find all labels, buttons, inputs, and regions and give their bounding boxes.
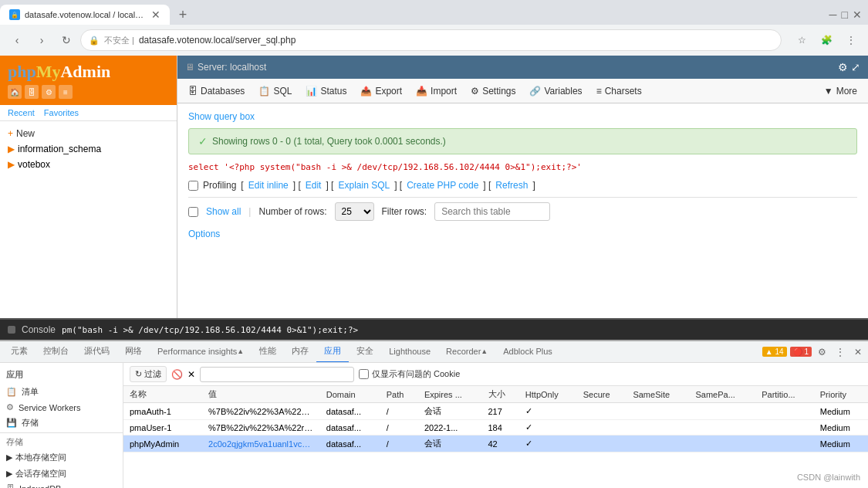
new-database-item[interactable]: + New [5, 126, 172, 141]
devtools-sidebar-indexeddb[interactable]: 🗄 IndexedDB [0, 482, 123, 488]
back-button[interactable]: ‹ [6, 29, 28, 51]
devtools-sidebar-local-storage[interactable]: ▶ 本地存储空间 [0, 449, 123, 466]
favorites-link[interactable]: Favorites [44, 108, 79, 117]
filter-rows-input[interactable] [434, 202, 550, 221]
nav-settings-label: Settings [482, 86, 515, 97]
devtools-tab-security[interactable]: 安全 [349, 341, 381, 363]
only-issues-checkbox[interactable] [359, 369, 369, 379]
cookie-name-3: phpMyAdmin [123, 435, 202, 452]
devtools-tab-elements[interactable]: 元素 [3, 341, 35, 363]
profiling-checkbox[interactable] [188, 181, 198, 191]
col-path[interactable]: Path [380, 386, 418, 403]
col-httponly[interactable]: HttpOnly [519, 386, 577, 403]
devtools-tab-lighthouse[interactable]: Lighthouse [381, 341, 438, 363]
filter-cookies-input[interactable] [200, 367, 354, 382]
recent-link[interactable]: Recent [8, 108, 35, 117]
devtools-tab-recorder[interactable]: Recorder ▲ [438, 341, 495, 363]
sidebar-item-votebox[interactable]: ▶ votebox [5, 157, 172, 172]
devtools-tab-network[interactable]: 网络 [117, 341, 150, 363]
explain-sql-link[interactable]: Explain SQL [338, 180, 390, 191]
devtools-sidebar-storage[interactable]: 💾 存储 [0, 415, 123, 431]
number-of-rows-select[interactable]: 25 50 100 [335, 202, 374, 221]
topbar-expand-button[interactable]: ⤢ [851, 61, 860, 73]
nav-sql[interactable]: 📋 SQL [252, 83, 298, 100]
nav-charsets[interactable]: ≡ Charsets [590, 83, 648, 100]
show-all-button[interactable]: Show all [206, 206, 241, 217]
nav-variables[interactable]: 🔗 Variables [523, 83, 588, 100]
devtools-more-button[interactable]: ⋮ [833, 345, 848, 359]
tab-close-button[interactable]: ✕ [151, 8, 160, 21]
nav-databases[interactable]: 🗄 Databases [182, 83, 251, 100]
col-partition[interactable]: Partitio... [755, 386, 814, 403]
nav-status[interactable]: 📊 Status [299, 83, 353, 100]
clear-cookies-button[interactable]: 🚫 [171, 369, 183, 380]
maximize-button[interactable]: □ [842, 8, 848, 21]
browser-tab-active[interactable]: 🔒 datasafe.votenow.local / localh... ✕ [0, 5, 170, 25]
edit-inline-link[interactable]: Edit inline [248, 180, 289, 191]
address-bar[interactable]: 🔒 不安全 | datasafe.votenow.local/server_sq… [80, 29, 782, 51]
service-workers-label: Service Workers [19, 403, 80, 412]
storage-summary-icon: 💾 [6, 418, 17, 428]
col-samepath[interactable]: SamePa... [689, 386, 755, 403]
refresh-button[interactable]: ↻ [56, 29, 77, 51]
devtools-sidebar-session-storage[interactable]: ▶ 会话存储空间 [0, 466, 123, 482]
bookmark-button[interactable]: ☆ [791, 29, 812, 51]
url-display[interactable]: datasafe.votenow.local/server_sql.php [139, 35, 296, 46]
local-storage-expand-icon: ▶ [6, 452, 12, 463]
extensions-button[interactable]: 🧩 [816, 29, 837, 51]
select-all-checkbox[interactable] [188, 207, 198, 217]
cookie-path-3: / [380, 435, 418, 452]
devtools-tab-console[interactable]: 控制台 [35, 341, 76, 363]
devtools-tab-sources[interactable]: 源代码 [76, 341, 117, 363]
menu-button[interactable]: ⋮ [840, 29, 862, 51]
topbar-settings-button[interactable]: ⚙ [838, 61, 848, 73]
col-value[interactable]: 值 [202, 386, 320, 403]
cookie-secure-2 [577, 420, 627, 435]
delete-cookies-button[interactable]: ✕ [187, 369, 195, 380]
devtools-tab-perf-insights[interactable]: Performance insights ▲ [150, 341, 252, 363]
col-expires[interactable]: Expires ... [418, 386, 482, 403]
devtools-settings-button[interactable]: ⚙ [815, 345, 829, 359]
sidebar-item-information-schema[interactable]: ▶ information_schema [5, 141, 172, 157]
show-query-box-link[interactable]: Show query box [188, 111, 857, 122]
home-icon[interactable]: 🏠 [8, 85, 22, 99]
col-name[interactable]: 名称 [123, 386, 202, 403]
refresh-link[interactable]: Refresh [495, 180, 528, 191]
forward-button[interactable]: › [31, 29, 52, 51]
cookie-row-3[interactable]: phpMyAdmin 2c0o2qjgkm5va1uanl1vc42kb84co… [123, 435, 868, 452]
cookie-secure-1 [577, 403, 627, 420]
devtools-tab-application[interactable]: 应用 [316, 341, 349, 363]
storage-summary-label: 存储 [22, 417, 39, 429]
nav-more[interactable]: ▼ More [818, 83, 863, 100]
devtools-tab-memory[interactable]: 内存 [284, 341, 316, 363]
db-icon[interactable]: 🗄 [25, 85, 39, 99]
close-button[interactable]: ✕ [853, 8, 862, 21]
col-samesite[interactable]: SameSite [627, 386, 689, 403]
settings-icon[interactable]: ⚙ [42, 85, 56, 99]
import-icon: 📥 [416, 86, 427, 97]
edit-link[interactable]: Edit [306, 180, 322, 191]
refresh-cookies-button[interactable]: ↻ 过滤 [130, 366, 167, 382]
cookie-table-container: 名称 值 Domain Path Expires ... 大小 HttpOnly… [123, 386, 868, 488]
cookie-row-1[interactable]: pmaAuth-1 %7B%22iv%22%3A%22eR%2BxNkwomgh… [123, 403, 868, 420]
col-domain[interactable]: Domain [320, 386, 380, 403]
new-tab-button[interactable]: + [173, 5, 193, 25]
cookie-row-2[interactable]: pmaUser-1 %7B%22iv%22%3A%22r%5C%2FY6jEj9… [123, 420, 868, 435]
profiling-sep-4: ] [ [394, 180, 402, 191]
devtools-tab-performance[interactable]: 性能 [252, 341, 284, 363]
options-link[interactable]: Options [188, 229, 220, 239]
cookie-value-2: %7B%22iv%22%3A%22r%5C%2FY6jEj9KmMAsbnZc.… [202, 420, 320, 435]
create-php-link[interactable]: Create PHP code [407, 180, 478, 191]
devtools-close-button[interactable]: ✕ [851, 345, 865, 359]
devtools-sidebar-manifest[interactable]: 📋 清单 [0, 384, 123, 400]
nav-import[interactable]: 📥 Import [410, 83, 463, 100]
col-secure[interactable]: Secure [577, 386, 627, 403]
more-icon[interactable]: ≡ [59, 85, 73, 99]
minimize-button[interactable]: ─ [829, 8, 837, 21]
nav-export[interactable]: 📤 Export [354, 83, 408, 100]
col-priority[interactable]: Priority [814, 386, 868, 403]
col-size[interactable]: 大小 [482, 386, 519, 403]
nav-settings[interactable]: ⚙ Settings [464, 83, 522, 100]
devtools-sidebar-service-workers[interactable]: ⚙ Service Workers [0, 400, 123, 415]
devtools-tab-adblock[interactable]: Adblock Plus [495, 341, 560, 363]
